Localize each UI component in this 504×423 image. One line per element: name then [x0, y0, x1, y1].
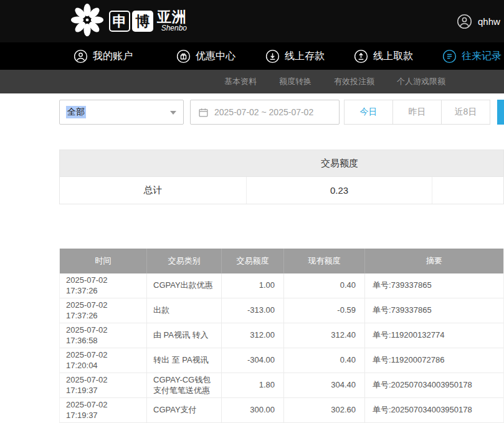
cell-balance: 304.40 [284, 373, 365, 397]
cell-amount: -313.00 [222, 298, 284, 323]
summary-header-label: 交易额度 [247, 150, 432, 176]
cell-balance: 0.40 [284, 348, 365, 373]
brand-char-bo: 博 [132, 11, 153, 32]
cell-time: 2025-07-02 17:20:04 [60, 348, 147, 373]
brand-characters: 申 博 [109, 11, 153, 32]
cell-type: CGPAY支付 [147, 398, 222, 422]
table-row: 2025-07-02 17:36:58 由 PA视讯 转入 312.00 312… [60, 323, 503, 348]
cell-amount: -304.00 [222, 348, 284, 373]
table-row: 2025-07-02 17:37:26 出款 -313.00 -0.59 单号:… [60, 298, 503, 323]
nav-label: 优惠中心 [196, 50, 235, 63]
cell-amount: 312.00 [222, 323, 284, 348]
summary-header-row: 交易额度 [60, 150, 503, 177]
subnav-item-credit-transfer[interactable]: 额度转换 [279, 70, 311, 93]
summary-total-label: 总计 [60, 177, 247, 204]
cell-amount: 1.80 [222, 373, 284, 397]
cell-type: CGPAY-CG钱包支付笔笔送优惠 [147, 373, 222, 397]
withdraw-icon [354, 49, 368, 64]
cell-balance: 312.40 [284, 323, 365, 348]
summary-total-value: 0.23 [247, 177, 432, 204]
brand-sub-text: Shenbo [161, 24, 187, 32]
nav-label: 线上存款 [285, 50, 325, 63]
nav-label: 往来记录 [462, 50, 502, 63]
transaction-records-page: { "theme": { "accent": "#2ba9e0", "table… [0, 0, 504, 423]
cell-balance: 0.40 [284, 273, 365, 298]
cell-balance: -0.59 [284, 298, 365, 323]
cell-type: 转出 至 PA视讯 [147, 348, 222, 373]
nav-item-withdraw[interactable]: 线上取款 [354, 42, 413, 70]
account-icon [74, 49, 88, 64]
cell-time: 2025-07-02 17:36:58 [60, 323, 147, 348]
column-header-type: 交易类别 [147, 249, 222, 273]
user-avatar-icon [457, 14, 472, 29]
cell-summary: 单号:739337865 [365, 273, 503, 298]
brand-region: 亚洲 Shenbo [157, 9, 187, 32]
brand-logo[interactable]: 申 博 亚洲 Shenbo [70, 2, 187, 40]
date-range-input[interactable]: 2025-07-02 ~ 2025-07-02 [190, 100, 340, 125]
cell-summary: 单号:119200072786 [365, 348, 503, 373]
quick-range-buttons: 今日 昨日 近8日 [344, 100, 490, 125]
cell-type: 由 PA视讯 转入 [147, 323, 222, 348]
calendar-icon [198, 107, 209, 118]
nav-item-my-account[interactable]: 我的账户 [74, 42, 133, 70]
content-area: 全部 2025-07-02 ~ 2025-07-02 今日 昨日 近8日 交易额… [0, 93, 504, 423]
records-icon [442, 49, 457, 64]
table-row: 2025-07-02 17:19:37 CGPAY支付 300.00 302.6… [60, 398, 503, 423]
username: qhhw [478, 16, 500, 27]
summary-empty-cell [432, 177, 503, 204]
column-header-summary: 摘要 [365, 249, 503, 273]
nav-item-records[interactable]: 往来记录 [442, 42, 502, 70]
cell-balance: 302.60 [284, 398, 365, 422]
nav-label: 我的账户 [93, 50, 133, 63]
column-header-amount: 交易额度 [222, 249, 284, 273]
nav-item-deposit[interactable]: 线上存款 [265, 42, 325, 70]
subnav-item-valid-bets[interactable]: 有效投注额 [334, 70, 374, 93]
flower-logo-icon [70, 2, 105, 40]
top-header: 申 博 亚洲 Shenbo qhhw [0, 0, 504, 42]
user-account[interactable]: qhhw [457, 0, 500, 42]
filter-bar: 全部 2025-07-02 ~ 2025-07-02 今日 昨日 近8日 [0, 100, 504, 125]
cell-time: 2025-07-02 17:37:26 [60, 273, 147, 298]
records-header-row: 时间 交易类别 交易额度 现有额度 摘要 [60, 249, 503, 273]
brand-char-shen: 申 [109, 11, 130, 32]
cell-amount: 1.00 [222, 273, 284, 298]
date-range-value: 2025-07-02 ~ 2025-07-02 [214, 107, 313, 117]
brand-region-text: 亚洲 [157, 9, 187, 24]
column-header-balance: 现有额度 [284, 249, 365, 273]
category-selected-value: 全部 [66, 106, 86, 118]
cell-summary: 单号:202507034003950178 [365, 373, 503, 397]
deposit-icon [265, 49, 280, 64]
chevron-down-icon [170, 111, 176, 115]
records-table: 时间 交易类别 交易额度 现有额度 摘要 2025-07-02 17:37:26… [59, 249, 504, 423]
main-nav: 我的账户 优惠中心 线上存款 线上取款 往来记录 [0, 42, 504, 70]
search-button[interactable] [497, 100, 504, 125]
cell-time: 2025-07-02 17:19:37 [60, 373, 147, 397]
table-row: 2025-07-02 17:20:04 转出 至 PA视讯 -304.00 0.… [60, 348, 503, 373]
cell-type: CGPAY出款优惠 [147, 273, 222, 298]
cell-summary: 单号:739337865 [365, 298, 503, 323]
table-row: 2025-07-02 17:19:37 CGPAY-CG钱包支付笔笔送优惠 1.… [60, 373, 503, 398]
cell-time: 2025-07-02 17:37:26 [60, 298, 147, 323]
sub-nav: 基本资料 额度转换 有效投注额 个人游戏限额 [0, 70, 504, 93]
cell-time: 2025-07-02 17:19:37 [60, 398, 147, 422]
promo-icon [176, 49, 191, 64]
cell-type: 出款 [147, 298, 222, 323]
category-select[interactable]: 全部 [59, 100, 184, 125]
yesterday-button[interactable]: 昨日 [392, 100, 442, 125]
nav-item-promotions[interactable]: 优惠中心 [176, 42, 235, 70]
subnav-item-basic-info[interactable]: 基本资料 [224, 70, 257, 93]
cell-summary: 单号:202507034003950178 [365, 398, 503, 422]
summary-total-row: 总计 0.23 [60, 177, 503, 204]
subnav-item-game-limits[interactable]: 个人游戏限额 [397, 70, 445, 93]
nav-label: 线上取款 [373, 50, 413, 63]
cell-summary: 单号:119200132774 [365, 323, 503, 348]
summary-table: 交易额度 总计 0.23 [59, 150, 504, 204]
table-row: 2025-07-02 17:37:26 CGPAY出款优惠 1.00 0.40 … [60, 273, 503, 298]
cell-amount: 300.00 [222, 398, 284, 422]
today-button[interactable]: 今日 [344, 100, 393, 125]
last-8-days-button[interactable]: 近8日 [441, 100, 490, 125]
column-header-time: 时间 [60, 249, 147, 273]
